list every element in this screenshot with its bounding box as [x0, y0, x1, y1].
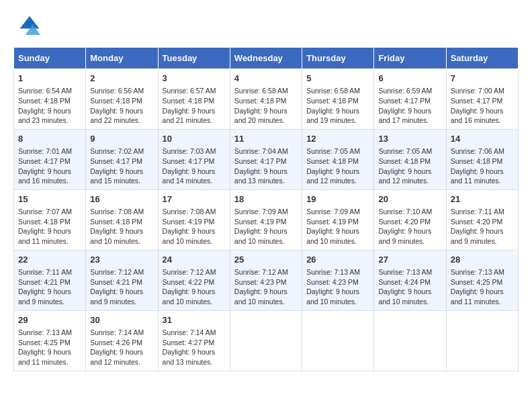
day-info-line: and 10 minutes. [378, 297, 441, 307]
day-info-line: Sunrise: 7:02 AM [90, 146, 153, 156]
day-info-line: and 16 minutes. [451, 116, 514, 126]
day-info-line: Sunset: 4:18 PM [306, 96, 369, 106]
day-info-line: Sunrise: 7:07 AM [18, 207, 81, 217]
calendar-cell: 10Sunrise: 7:03 AMSunset: 4:17 PMDayligh… [158, 129, 230, 189]
day-header-wednesday: Wednesday [230, 48, 302, 69]
day-info-line: and 10 minutes. [163, 236, 226, 246]
day-info-line: Sunset: 4:24 PM [378, 277, 441, 287]
day-info-line: Sunrise: 6:58 AM [306, 86, 369, 96]
svg-marker-0 [20, 16, 40, 28]
day-info-line: Daylight: 9 hours [451, 167, 514, 177]
day-number: 8 [18, 133, 81, 145]
calendar-cell: 12Sunrise: 7:05 AMSunset: 4:18 PMDayligh… [302, 129, 374, 189]
calendar-cell: 26Sunrise: 7:13 AMSunset: 4:23 PMDayligh… [302, 250, 374, 310]
day-info-line: Daylight: 9 hours [18, 167, 81, 177]
day-info-line: Daylight: 9 hours [234, 287, 298, 297]
day-info-line: Sunrise: 6:58 AM [234, 86, 298, 96]
day-info-line: Sunset: 4:21 PM [18, 277, 81, 287]
day-info-line: and 9 minutes. [378, 236, 441, 246]
calendar-cell: 31Sunrise: 7:14 AMSunset: 4:27 PMDayligh… [158, 310, 230, 371]
day-number: 4 [234, 73, 298, 85]
day-info-line: Sunrise: 6:59 AM [378, 86, 441, 96]
day-number: 27 [378, 254, 441, 266]
day-info-line: Sunset: 4:19 PM [306, 217, 369, 227]
day-info-line: and 22 minutes. [90, 116, 153, 126]
logo [13, 13, 43, 40]
day-info-line: Sunset: 4:21 PM [90, 277, 153, 287]
day-info-line: Sunset: 4:18 PM [18, 217, 81, 227]
day-info-line: Sunrise: 7:05 AM [306, 146, 369, 156]
day-info-line: Daylight: 9 hours [378, 226, 441, 236]
day-info-line: Sunset: 4:20 PM [378, 217, 441, 227]
day-info-line: Daylight: 9 hours [234, 226, 298, 236]
day-info-line: Sunrise: 6:57 AM [163, 86, 226, 96]
day-info-line: Sunset: 4:25 PM [451, 277, 514, 287]
calendar-table: SundayMondayTuesdayWednesdayThursdayFrid… [13, 47, 519, 371]
day-info-line: Daylight: 9 hours [378, 106, 441, 116]
day-number: 24 [163, 254, 226, 266]
day-number: 31 [163, 314, 226, 326]
day-info-line: Sunrise: 7:13 AM [451, 267, 514, 277]
calendar-cell [302, 310, 374, 371]
day-number: 21 [451, 193, 514, 205]
calendar-cell: 16Sunrise: 7:08 AMSunset: 4:18 PMDayligh… [86, 189, 158, 250]
day-info-line: Sunrise: 7:03 AM [163, 146, 226, 156]
calendar-week-row: 22Sunrise: 7:11 AMSunset: 4:21 PMDayligh… [14, 250, 519, 310]
day-info-line: Daylight: 9 hours [378, 167, 441, 177]
day-info-line: and 9 minutes. [18, 297, 81, 307]
day-info-line: and 11 minutes. [18, 236, 81, 246]
calendar-cell: 1Sunrise: 6:54 AMSunset: 4:18 PMDaylight… [14, 69, 86, 130]
day-info-line: Sunset: 4:23 PM [234, 277, 298, 287]
day-number: 26 [306, 254, 369, 266]
calendar-cell [230, 310, 302, 371]
day-info-line: Sunset: 4:18 PM [451, 156, 514, 167]
calendar-cell: 29Sunrise: 7:13 AMSunset: 4:25 PMDayligh… [14, 310, 86, 371]
day-number: 19 [306, 193, 369, 205]
day-info-line: Daylight: 9 hours [90, 287, 153, 297]
day-info-line: Sunrise: 6:56 AM [90, 86, 153, 96]
calendar-cell [446, 310, 518, 371]
day-number: 10 [163, 133, 226, 145]
calendar-cell: 5Sunrise: 6:58 AMSunset: 4:18 PMDaylight… [302, 69, 374, 130]
day-info-line: Sunset: 4:17 PM [234, 156, 298, 167]
day-info-line: Sunrise: 7:01 AM [18, 146, 81, 156]
day-info-line: Sunrise: 7:13 AM [306, 267, 369, 277]
day-info-line: Daylight: 9 hours [90, 106, 153, 116]
day-info-line: Sunset: 4:18 PM [18, 96, 81, 106]
day-number: 29 [18, 314, 81, 326]
day-info-line: and 12 minutes. [306, 176, 369, 186]
calendar-cell: 20Sunrise: 7:10 AMSunset: 4:20 PMDayligh… [374, 189, 446, 250]
day-info-line: Sunrise: 7:08 AM [163, 207, 226, 217]
day-info-line: and 10 minutes. [163, 297, 226, 307]
day-info-line: Daylight: 9 hours [234, 106, 298, 116]
calendar-week-row: 29Sunrise: 7:13 AMSunset: 4:25 PMDayligh… [14, 310, 519, 371]
day-info-line: Daylight: 9 hours [163, 287, 226, 297]
calendar-cell: 22Sunrise: 7:11 AMSunset: 4:21 PMDayligh… [14, 250, 86, 310]
day-number: 5 [306, 73, 369, 85]
day-info-line: Sunrise: 7:04 AM [234, 146, 298, 156]
calendar-cell: 6Sunrise: 6:59 AMSunset: 4:17 PMDaylight… [374, 69, 446, 130]
day-number: 9 [90, 133, 153, 145]
day-info-line: and 10 minutes. [306, 236, 369, 246]
day-info-line: and 14 minutes. [163, 176, 226, 186]
day-info-line: Sunrise: 7:06 AM [451, 146, 514, 156]
day-number: 14 [451, 133, 514, 145]
day-info-line: Daylight: 9 hours [163, 347, 226, 357]
day-number: 16 [90, 193, 153, 205]
day-info-line: Sunrise: 7:05 AM [378, 146, 441, 156]
calendar-header-row: SundayMondayTuesdayWednesdayThursdayFrid… [14, 48, 519, 69]
day-info-line: Daylight: 9 hours [306, 287, 369, 297]
day-info-line: and 11 minutes. [18, 357, 81, 367]
day-info-line: Daylight: 9 hours [90, 347, 153, 357]
day-info-line: Sunset: 4:18 PM [90, 217, 153, 227]
calendar-cell: 30Sunrise: 7:14 AMSunset: 4:26 PMDayligh… [86, 310, 158, 371]
day-info-line: and 10 minutes. [234, 236, 298, 246]
day-info-line: Daylight: 9 hours [306, 226, 369, 236]
day-info-line: Sunrise: 7:08 AM [90, 207, 153, 217]
calendar-cell: 18Sunrise: 7:09 AMSunset: 4:19 PMDayligh… [230, 189, 302, 250]
day-info-line: Daylight: 9 hours [163, 106, 226, 116]
calendar-cell [374, 310, 446, 371]
day-info-line: Sunset: 4:19 PM [234, 217, 298, 227]
page-header [13, 13, 519, 40]
calendar-cell: 24Sunrise: 7:12 AMSunset: 4:22 PMDayligh… [158, 250, 230, 310]
